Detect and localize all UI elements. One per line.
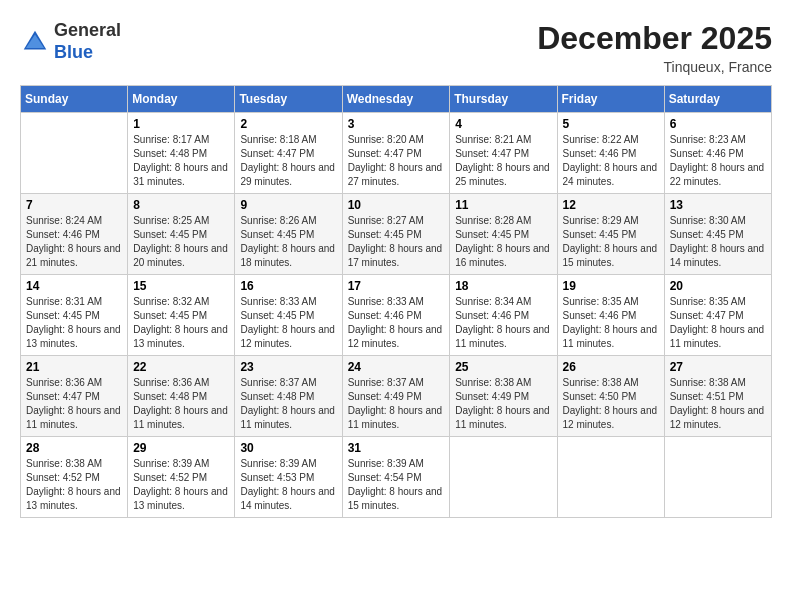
calendar-cell: 18Sunrise: 8:34 AMSunset: 4:46 PMDayligh…: [450, 275, 557, 356]
weekday-header-tuesday: Tuesday: [235, 86, 342, 113]
calendar-cell: 7Sunrise: 8:24 AMSunset: 4:46 PMDaylight…: [21, 194, 128, 275]
day-info: Sunrise: 8:32 AMSunset: 4:45 PMDaylight:…: [133, 295, 229, 351]
day-info: Sunrise: 8:24 AMSunset: 4:46 PMDaylight:…: [26, 214, 122, 270]
day-number: 3: [348, 117, 445, 131]
calendar-table: SundayMondayTuesdayWednesdayThursdayFrid…: [20, 85, 772, 518]
day-info: Sunrise: 8:35 AMSunset: 4:47 PMDaylight:…: [670, 295, 766, 351]
day-info: Sunrise: 8:27 AMSunset: 4:45 PMDaylight:…: [348, 214, 445, 270]
calendar-cell: 1Sunrise: 8:17 AMSunset: 4:48 PMDaylight…: [128, 113, 235, 194]
day-number: 27: [670, 360, 766, 374]
calendar-cell: [21, 113, 128, 194]
day-info: Sunrise: 8:31 AMSunset: 4:45 PMDaylight:…: [26, 295, 122, 351]
day-number: 19: [563, 279, 659, 293]
logo: General Blue: [20, 20, 121, 63]
day-info: Sunrise: 8:35 AMSunset: 4:46 PMDaylight:…: [563, 295, 659, 351]
weekday-header-wednesday: Wednesday: [342, 86, 450, 113]
day-number: 18: [455, 279, 551, 293]
calendar-header-row: SundayMondayTuesdayWednesdayThursdayFrid…: [21, 86, 772, 113]
calendar-cell: 27Sunrise: 8:38 AMSunset: 4:51 PMDayligh…: [664, 356, 771, 437]
calendar-cell: 13Sunrise: 8:30 AMSunset: 4:45 PMDayligh…: [664, 194, 771, 275]
day-info: Sunrise: 8:30 AMSunset: 4:45 PMDaylight:…: [670, 214, 766, 270]
calendar-cell: 16Sunrise: 8:33 AMSunset: 4:45 PMDayligh…: [235, 275, 342, 356]
day-number: 21: [26, 360, 122, 374]
calendar-cell: 17Sunrise: 8:33 AMSunset: 4:46 PMDayligh…: [342, 275, 450, 356]
calendar-cell: 23Sunrise: 8:37 AMSunset: 4:48 PMDayligh…: [235, 356, 342, 437]
calendar-week-2: 7Sunrise: 8:24 AMSunset: 4:46 PMDaylight…: [21, 194, 772, 275]
day-info: Sunrise: 8:38 AMSunset: 4:49 PMDaylight:…: [455, 376, 551, 432]
day-number: 26: [563, 360, 659, 374]
weekday-header-thursday: Thursday: [450, 86, 557, 113]
day-number: 20: [670, 279, 766, 293]
weekday-header-friday: Friday: [557, 86, 664, 113]
calendar-week-1: 1Sunrise: 8:17 AMSunset: 4:48 PMDaylight…: [21, 113, 772, 194]
calendar-cell: 6Sunrise: 8:23 AMSunset: 4:46 PMDaylight…: [664, 113, 771, 194]
day-number: 6: [670, 117, 766, 131]
day-info: Sunrise: 8:36 AMSunset: 4:47 PMDaylight:…: [26, 376, 122, 432]
day-number: 4: [455, 117, 551, 131]
calendar-cell: 21Sunrise: 8:36 AMSunset: 4:47 PMDayligh…: [21, 356, 128, 437]
calendar-week-3: 14Sunrise: 8:31 AMSunset: 4:45 PMDayligh…: [21, 275, 772, 356]
day-info: Sunrise: 8:22 AMSunset: 4:46 PMDaylight:…: [563, 133, 659, 189]
day-number: 24: [348, 360, 445, 374]
calendar-cell: 14Sunrise: 8:31 AMSunset: 4:45 PMDayligh…: [21, 275, 128, 356]
day-info: Sunrise: 8:36 AMSunset: 4:48 PMDaylight:…: [133, 376, 229, 432]
calendar-cell: 3Sunrise: 8:20 AMSunset: 4:47 PMDaylight…: [342, 113, 450, 194]
calendar-cell: 24Sunrise: 8:37 AMSunset: 4:49 PMDayligh…: [342, 356, 450, 437]
title-block: December 2025 Tinqueux, France: [537, 20, 772, 75]
day-info: Sunrise: 8:38 AMSunset: 4:51 PMDaylight:…: [670, 376, 766, 432]
day-info: Sunrise: 8:18 AMSunset: 4:47 PMDaylight:…: [240, 133, 336, 189]
calendar-cell: 31Sunrise: 8:39 AMSunset: 4:54 PMDayligh…: [342, 437, 450, 518]
day-number: 16: [240, 279, 336, 293]
logo-blue-text: Blue: [54, 42, 121, 64]
day-info: Sunrise: 8:21 AMSunset: 4:47 PMDaylight:…: [455, 133, 551, 189]
calendar-cell: 10Sunrise: 8:27 AMSunset: 4:45 PMDayligh…: [342, 194, 450, 275]
weekday-header-saturday: Saturday: [664, 86, 771, 113]
calendar-cell: 11Sunrise: 8:28 AMSunset: 4:45 PMDayligh…: [450, 194, 557, 275]
calendar-cell: 20Sunrise: 8:35 AMSunset: 4:47 PMDayligh…: [664, 275, 771, 356]
month-title: December 2025: [537, 20, 772, 57]
day-number: 12: [563, 198, 659, 212]
day-number: 8: [133, 198, 229, 212]
calendar-cell: 22Sunrise: 8:36 AMSunset: 4:48 PMDayligh…: [128, 356, 235, 437]
calendar-cell: [450, 437, 557, 518]
day-number: 14: [26, 279, 122, 293]
day-number: 29: [133, 441, 229, 455]
calendar-cell: 2Sunrise: 8:18 AMSunset: 4:47 PMDaylight…: [235, 113, 342, 194]
day-number: 17: [348, 279, 445, 293]
calendar-cell: [557, 437, 664, 518]
day-info: Sunrise: 8:37 AMSunset: 4:48 PMDaylight:…: [240, 376, 336, 432]
calendar-cell: 5Sunrise: 8:22 AMSunset: 4:46 PMDaylight…: [557, 113, 664, 194]
day-info: Sunrise: 8:28 AMSunset: 4:45 PMDaylight:…: [455, 214, 551, 270]
calendar-cell: 12Sunrise: 8:29 AMSunset: 4:45 PMDayligh…: [557, 194, 664, 275]
day-number: 9: [240, 198, 336, 212]
calendar-cell: [664, 437, 771, 518]
calendar-cell: 29Sunrise: 8:39 AMSunset: 4:52 PMDayligh…: [128, 437, 235, 518]
day-info: Sunrise: 8:38 AMSunset: 4:50 PMDaylight:…: [563, 376, 659, 432]
calendar-cell: 25Sunrise: 8:38 AMSunset: 4:49 PMDayligh…: [450, 356, 557, 437]
logo-general-text: General: [54, 20, 121, 42]
day-number: 22: [133, 360, 229, 374]
day-number: 30: [240, 441, 336, 455]
day-info: Sunrise: 8:33 AMSunset: 4:46 PMDaylight:…: [348, 295, 445, 351]
page-header: General Blue December 2025 Tinqueux, Fra…: [20, 20, 772, 75]
day-info: Sunrise: 8:39 AMSunset: 4:54 PMDaylight:…: [348, 457, 445, 513]
day-info: Sunrise: 8:25 AMSunset: 4:45 PMDaylight:…: [133, 214, 229, 270]
day-info: Sunrise: 8:20 AMSunset: 4:47 PMDaylight:…: [348, 133, 445, 189]
day-number: 10: [348, 198, 445, 212]
day-info: Sunrise: 8:26 AMSunset: 4:45 PMDaylight:…: [240, 214, 336, 270]
day-info: Sunrise: 8:17 AMSunset: 4:48 PMDaylight:…: [133, 133, 229, 189]
calendar-cell: 15Sunrise: 8:32 AMSunset: 4:45 PMDayligh…: [128, 275, 235, 356]
day-info: Sunrise: 8:34 AMSunset: 4:46 PMDaylight:…: [455, 295, 551, 351]
day-info: Sunrise: 8:39 AMSunset: 4:52 PMDaylight:…: [133, 457, 229, 513]
location: Tinqueux, France: [537, 59, 772, 75]
calendar-cell: 19Sunrise: 8:35 AMSunset: 4:46 PMDayligh…: [557, 275, 664, 356]
calendar-cell: 8Sunrise: 8:25 AMSunset: 4:45 PMDaylight…: [128, 194, 235, 275]
day-number: 11: [455, 198, 551, 212]
calendar-cell: 26Sunrise: 8:38 AMSunset: 4:50 PMDayligh…: [557, 356, 664, 437]
day-info: Sunrise: 8:39 AMSunset: 4:53 PMDaylight:…: [240, 457, 336, 513]
day-info: Sunrise: 8:29 AMSunset: 4:45 PMDaylight:…: [563, 214, 659, 270]
day-info: Sunrise: 8:23 AMSunset: 4:46 PMDaylight:…: [670, 133, 766, 189]
calendar-week-4: 21Sunrise: 8:36 AMSunset: 4:47 PMDayligh…: [21, 356, 772, 437]
weekday-header-monday: Monday: [128, 86, 235, 113]
day-number: 7: [26, 198, 122, 212]
